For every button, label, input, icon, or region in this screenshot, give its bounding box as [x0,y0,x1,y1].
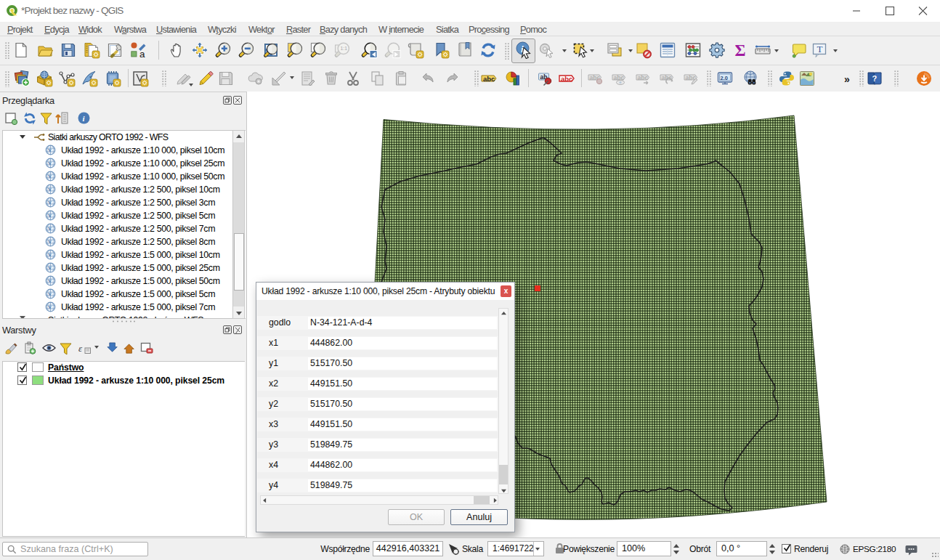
svg-text:1:1: 1:1 [341,46,348,51]
svg-text:2.0: 2.0 [721,75,728,81]
svg-text:V: V [48,226,52,231]
svg-text:a: a [139,49,145,60]
svg-text:T: T [817,44,823,54]
svg-text:ε: ε [78,343,83,354]
svg-text:V: V [48,265,52,270]
svg-text:abc: abc [483,75,495,83]
svg-text:abc: abc [638,74,649,81]
svg-text:abc: abc [614,74,625,81]
svg-text:V: V [48,187,52,192]
svg-text:V: V [48,252,52,257]
svg-text:V: V [48,213,52,218]
svg-text:V: V [48,161,52,166]
svg-text:V: V [48,304,52,309]
svg-text:V: V [48,239,52,244]
svg-text:V: V [48,147,52,153]
svg-text:Σ: Σ [735,41,746,59]
svg-text:V: V [48,200,52,205]
svg-text:?: ? [872,74,878,83]
svg-text:abc: abc [561,75,572,83]
svg-text:V: V [48,278,52,283]
svg-text:V: V [48,174,52,179]
svg-text:V: V [48,291,52,296]
